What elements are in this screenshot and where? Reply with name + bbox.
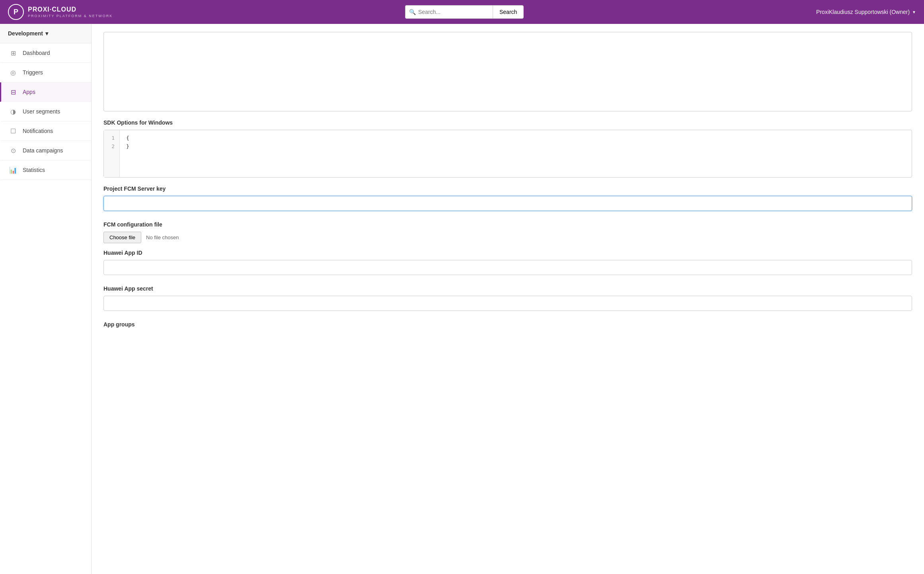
chevron-down-icon: ▾	[45, 30, 48, 37]
top-code-block	[103, 32, 912, 111]
sidebar-item-statistics[interactable]: 📊 Statistics	[0, 160, 91, 180]
app-header: P PROXI·CLOUD PROXIMITY PLATFORM & NETWO…	[0, 0, 924, 24]
sidebar-item-label: Statistics	[23, 167, 45, 173]
code-line-numbers: 1 2	[104, 130, 120, 177]
sidebar-item-label: Notifications	[23, 128, 53, 134]
sidebar-item-notifications[interactable]: ☐ Notifications	[0, 121, 91, 141]
sidebar-item-label: Data campaigns	[23, 147, 63, 154]
logo-icon: P	[8, 4, 24, 20]
statistics-icon: 📊	[9, 166, 17, 174]
logo: P PROXI·CLOUD PROXIMITY PLATFORM & NETWO…	[8, 4, 113, 20]
search-icon: 🔍	[409, 9, 416, 15]
sidebar-item-label: User segments	[23, 108, 60, 115]
sidebar-item-label: Triggers	[23, 69, 43, 76]
sidebar-item-dashboard[interactable]: ⊞ Dashboard	[0, 43, 91, 63]
fcm-config-label: FCM configuration file	[103, 221, 912, 228]
search-area: 🔍 Search	[405, 5, 524, 19]
logo-text-group: PROXI·CLOUD PROXIMITY PLATFORM & NETWORK	[28, 6, 113, 18]
chevron-down-icon: ▼	[912, 10, 916, 14]
sidebar: Development ▾ ⊞ Dashboard ◎ Triggers ⊟ A…	[0, 24, 92, 574]
code-line: {	[126, 134, 905, 143]
triggers-icon: ◎	[9, 68, 17, 76]
apps-icon: ⊟	[9, 88, 17, 96]
search-input[interactable]	[405, 5, 493, 19]
sidebar-section-label: Development	[8, 30, 43, 37]
sdk-options-label: SDK Options for Windows	[103, 119, 912, 126]
sidebar-item-user-segments[interactable]: ◑ User segments	[0, 102, 91, 121]
search-input-wrap: 🔍	[405, 5, 493, 19]
search-button[interactable]: Search	[493, 5, 524, 19]
choose-file-button[interactable]: Choose file	[103, 232, 141, 243]
sidebar-item-apps[interactable]: ⊟ Apps	[0, 82, 91, 102]
sidebar-section-development[interactable]: Development ▾	[0, 24, 91, 43]
huawei-app-id-label: Huawei App ID	[103, 250, 912, 256]
sidebar-item-label: Apps	[23, 89, 35, 95]
fcm-server-key-input[interactable]	[103, 196, 912, 211]
code-line: }	[126, 143, 905, 151]
logo-name: PROXI·CLOUD	[28, 6, 113, 13]
notifications-icon: ☐	[9, 127, 17, 135]
sidebar-item-triggers[interactable]: ◎ Triggers	[0, 63, 91, 82]
data-campaigns-icon: ⊙	[9, 146, 17, 154]
logo-subtitle: PROXIMITY PLATFORM & NETWORK	[28, 14, 113, 18]
dashboard-icon: ⊞	[9, 49, 17, 57]
user-segments-icon: ◑	[9, 107, 17, 115]
main-content: SDK Options for Windows 1 2 { } Project …	[92, 24, 924, 574]
line-number: 1	[109, 134, 115, 143]
line-number: 2	[109, 143, 115, 151]
sdk-options-code-block: 1 2 { }	[103, 130, 912, 178]
app-groups-label: App groups	[103, 321, 912, 328]
fcm-config-file-row: Choose file No file chosen	[103, 232, 912, 243]
fcm-server-key-label: Project FCM Server key	[103, 185, 912, 192]
file-no-chosen-label: No file chosen	[146, 234, 179, 240]
app-body: Development ▾ ⊞ Dashboard ◎ Triggers ⊟ A…	[0, 24, 924, 574]
huawei-app-id-input[interactable]	[103, 260, 912, 275]
huawei-app-secret-input[interactable]	[103, 296, 912, 311]
content-area: SDK Options for Windows 1 2 { } Project …	[92, 24, 924, 340]
sidebar-item-data-campaigns[interactable]: ⊙ Data campaigns	[0, 141, 91, 160]
code-content: { }	[120, 130, 912, 177]
huawei-app-secret-label: Huawei App secret	[103, 285, 912, 292]
sidebar-item-label: Dashboard	[23, 50, 50, 56]
user-menu[interactable]: ProxiKlaudiusz Supportowski (Owner) ▼	[816, 9, 916, 15]
user-label: ProxiKlaudiusz Supportowski (Owner)	[816, 9, 910, 15]
